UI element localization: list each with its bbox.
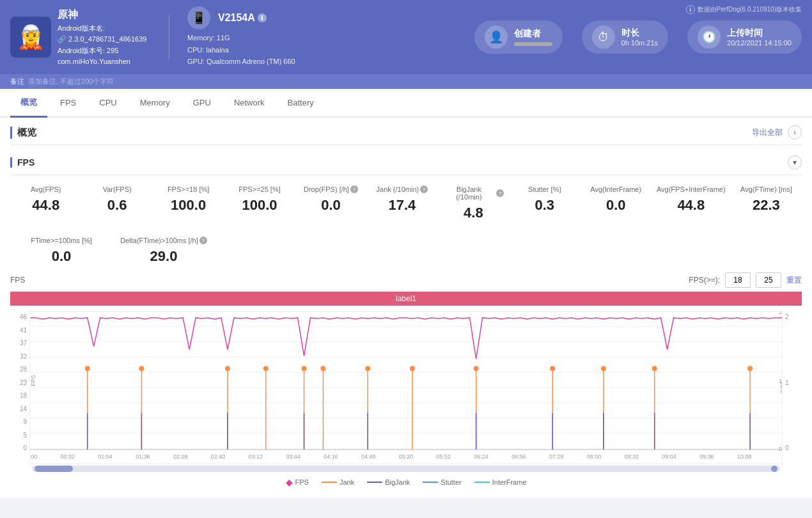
scrollbar-thumb[interactable]: [35, 466, 73, 472]
label-band: label1: [10, 292, 802, 306]
stat-fps-gte18: FPS>=18 [%] 100.0: [153, 183, 224, 216]
bigjank-help-icon[interactable]: ?: [496, 189, 504, 197]
creator-text: 创建者: [514, 28, 552, 46]
svg-text:Jank: Jank: [779, 382, 783, 394]
game-info: 🧝 原神 Android版本名: 🔗 2.3.0_4786731_4861639…: [10, 6, 151, 68]
svg-text:02:08: 02:08: [173, 453, 187, 460]
drop-fps-help-icon[interactable]: ?: [350, 185, 358, 193]
scrollbar-thumb-right[interactable]: [771, 466, 777, 472]
fps-input-25[interactable]: [756, 272, 781, 288]
jank-help-icon[interactable]: ?: [420, 185, 428, 193]
nav-tabs: 概览 FPS CPU Memory GPU Network Battery: [0, 89, 812, 118]
fps-input-18[interactable]: [725, 272, 751, 288]
svg-text:09:36: 09:36: [699, 453, 714, 460]
svg-point-28: [474, 366, 479, 371]
fps-chart-label: FPS: [10, 276, 25, 285]
tab-cpu[interactable]: CPU: [89, 90, 127, 117]
bigjank-legend-label: BigJank: [385, 478, 410, 486]
fps-stats-row2: FTime>=100ms [%] 0.0 Delta(FTime)>100ms …: [10, 229, 802, 272]
chevron-down-icon: ▾: [793, 158, 797, 167]
creator-icon: 👤: [485, 26, 508, 49]
tab-gpu[interactable]: GPU: [183, 90, 221, 117]
stat-jank: Jank (/10min) ? 17.4: [366, 183, 437, 216]
svg-point-34: [652, 366, 657, 371]
stat-avg-fps-interframe: Avg(FPS+InterFrame) 44.8: [652, 183, 731, 216]
tab-memory[interactable]: Memory: [130, 90, 180, 117]
export-button[interactable]: 导出全部: [752, 127, 783, 138]
stat-drop-fps: Drop(FPS) [/h] ? 0.0: [295, 183, 366, 216]
game-details: 原神 Android版本名: 🔗 2.3.0_4786731_4861639 A…: [58, 6, 146, 68]
section-actions: 导出全部 ‹: [752, 125, 802, 139]
overview-header: 概览 导出全部 ‹: [10, 118, 802, 145]
tab-fps[interactable]: FPS: [50, 90, 86, 117]
tablet-icon: 📱: [187, 6, 210, 29]
fps-chart-container: 46 41 37 32 28 23 18 14 9 5 0: [10, 311, 802, 487]
svg-point-30: [550, 366, 555, 371]
svg-text:04:48: 04:48: [361, 453, 375, 460]
tab-network[interactable]: Network: [224, 90, 275, 117]
interframe-legend-label: InterFrame: [492, 478, 527, 486]
stat-avg-ftime: Avg(FTime) [ms] 22.3: [731, 183, 802, 216]
svg-point-18: [263, 366, 269, 371]
chart-scrollbar-row: [10, 466, 802, 472]
duration-block: ⏱ 时长 0h 10m 21s: [582, 20, 668, 54]
creator-avatar-bar: [514, 42, 552, 46]
duration-value: 0h 10m 21s: [621, 39, 658, 47]
session-gpu: GPU: Qualcomm Adreno (TM) 660: [187, 56, 315, 68]
chart-legend: ◆ FPS Jank BigJank Stutter: [10, 477, 802, 487]
delta-ftime-help-icon[interactable]: ?: [199, 237, 207, 244]
svg-point-12: [85, 366, 90, 371]
svg-text:02:40: 02:40: [211, 453, 225, 460]
fps-title: FPS: [10, 157, 35, 168]
legend-fps: ◆ FPS: [286, 477, 309, 487]
svg-text:00:00: 00:00: [29, 453, 37, 460]
fps-gte-label: FPS(>=):: [689, 276, 720, 285]
svg-text:01:36: 01:36: [136, 453, 150, 460]
y-axis-left: 46 41 37 32 28 23 18 14 9 5 0: [10, 311, 29, 464]
svg-text:05:20: 05:20: [399, 453, 413, 460]
session-info: 📱 V2154A ℹ Memory: 11G CPU: lahaina GPU:…: [187, 6, 315, 68]
header-divider: [169, 15, 169, 59]
svg-text:0: 0: [779, 446, 782, 452]
svg-point-24: [365, 366, 370, 371]
tab-battery[interactable]: Battery: [277, 90, 324, 117]
note-bar: 备注 添加备注, 不超过200个字符: [0, 74, 812, 89]
legend-stutter: Stutter: [423, 478, 461, 486]
fps-section: FPS ▾ Avg(FPS) 44.8 Var(FPS) 0.6 FPS>=18…: [10, 150, 802, 487]
upload-value: 20/12/2021 14:15:00: [727, 39, 792, 47]
stutter-legend-icon: [423, 482, 438, 483]
fps-collapse-button[interactable]: ▾: [788, 155, 802, 169]
upload-label: 上传时间: [727, 27, 792, 39]
main-content: 概览 导出全部 ‹ FPS ▾ Avg(FPS) 44.8 Var(FPS) 0…: [0, 118, 812, 498]
reset-button[interactable]: 重置: [786, 275, 802, 286]
stat-avg-fps: Avg(FPS) 44.8: [10, 183, 81, 216]
svg-point-32: [601, 366, 606, 371]
creator-label: 创建者: [514, 28, 552, 40]
overview-title: 概览: [10, 127, 36, 139]
fps-filter: FPS(>=): 重置: [689, 272, 802, 288]
svg-text:09:04: 09:04: [662, 453, 676, 460]
overview-collapse-button[interactable]: ‹: [788, 125, 802, 139]
chart-scrollbar[interactable]: [32, 466, 780, 472]
game-name: 原神: [58, 6, 146, 23]
fps-section-header: FPS ▾: [10, 150, 802, 175]
svg-point-22: [320, 366, 325, 371]
android-version-label: Android版本名: 🔗 2.3.0_4786731_4861639 Andr…: [58, 23, 146, 68]
stat-bigjank: BigJank (/10min) ? 4.8: [438, 183, 509, 224]
svg-text:07:28: 07:28: [549, 453, 563, 460]
y-axis-right: 2 1 0: [783, 311, 802, 464]
svg-text:10:08: 10:08: [737, 453, 751, 460]
svg-text:08:32: 08:32: [625, 453, 639, 460]
tab-overview[interactable]: 概览: [10, 89, 47, 118]
note-hint: 添加备注, 不超过200个字符: [28, 77, 114, 86]
svg-text:06:56: 06:56: [511, 453, 526, 460]
svg-text:04:16: 04:16: [324, 453, 338, 460]
duration-icon: ⏱: [592, 26, 615, 49]
upload-icon: 🕐: [698, 26, 721, 49]
header: 🧝 原神 Android版本名: 🔗 2.3.0_4786731_4861639…: [0, 0, 812, 74]
info-icon: ℹ: [258, 13, 267, 22]
bigjank-legend-icon: [367, 482, 382, 483]
fps-stats-row1: Avg(FPS) 44.8 Var(FPS) 0.6 FPS>=18 [%] 1…: [10, 175, 802, 229]
info-circle-icon: ℹ: [686, 5, 695, 14]
chart-controls: FPS FPS(>=): 重置: [10, 272, 802, 288]
